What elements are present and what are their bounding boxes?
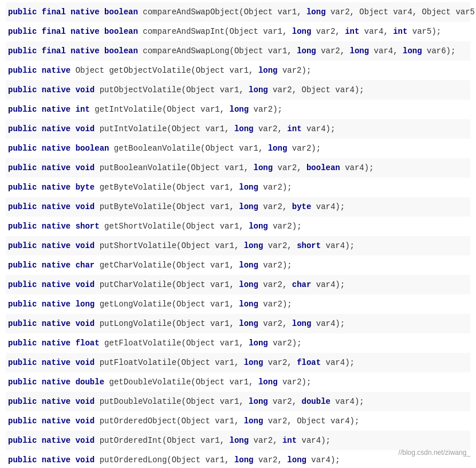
keyword-byte: byte: [76, 183, 95, 192]
keyword-native: native: [70, 7, 99, 17]
keyword-public: public: [8, 377, 37, 387]
keyword-public: public: [8, 85, 37, 95]
keyword-long: long: [249, 85, 268, 95]
keyword-public: public: [8, 124, 37, 133]
keyword-native: native: [42, 124, 70, 133]
keyword-void: void: [76, 455, 95, 465]
code-line: public native Object getObjectVolatile(O…: [6, 61, 470, 80]
keyword-short: short: [76, 222, 100, 231]
keyword-public: public: [8, 319, 37, 328]
keyword-void: void: [76, 319, 95, 328]
code-line: public native void putShortVolatile(Obje…: [6, 236, 470, 255]
keyword-void: void: [76, 241, 95, 250]
code-line: public native double getDoubleVolatile(O…: [6, 372, 470, 392]
keyword-int: int: [345, 27, 359, 36]
keyword-float: float: [76, 339, 100, 348]
keyword-public: public: [8, 144, 37, 153]
keyword-long: long: [234, 455, 254, 465]
code-line: public final native boolean compareAndSw…: [6, 2, 470, 22]
keyword-void: void: [76, 124, 95, 133]
keyword-float: float: [297, 358, 321, 367]
keyword-public: public: [8, 436, 37, 445]
keyword-public: public: [8, 105, 37, 114]
keyword-public: public: [8, 261, 37, 270]
code-line: public native void putObjectVolatile(Obj…: [6, 80, 470, 100]
code-line: public native byte getByteVolatile(Objec…: [6, 178, 470, 197]
keyword-public: public: [8, 397, 37, 406]
keyword-long: long: [258, 66, 278, 75]
keyword-native: native: [42, 358, 70, 367]
keyword-long: long: [249, 397, 268, 406]
keyword-byte: byte: [292, 202, 312, 211]
code-container: public final native boolean compareAndSw…: [0, 0, 476, 468]
keyword-native: native: [42, 280, 70, 289]
keyword-native: native: [42, 455, 70, 465]
keyword-long: long: [254, 163, 273, 172]
keyword-double: double: [76, 377, 104, 387]
keyword-public: public: [8, 358, 37, 367]
keyword-long: long: [244, 416, 263, 426]
keyword-public: public: [8, 241, 37, 250]
keyword-long: long: [297, 46, 316, 56]
keyword-boolean: boolean: [104, 27, 138, 36]
keyword-long: long: [258, 377, 278, 387]
keyword-native: native: [42, 261, 70, 270]
keyword-void: void: [76, 436, 95, 445]
keyword-void: void: [76, 85, 95, 95]
code-line: public native long getLongVolatile(Objec…: [6, 294, 470, 314]
keyword-native: native: [42, 377, 70, 387]
keyword-void: void: [76, 280, 95, 289]
keyword-long: long: [230, 105, 249, 114]
keyword-long: long: [292, 319, 312, 328]
keyword-int: int: [287, 124, 301, 133]
keyword-long: long: [350, 46, 369, 56]
keyword-long: long: [287, 455, 306, 465]
keyword-long: long: [76, 300, 95, 309]
keyword-long: long: [239, 202, 258, 211]
keyword-int: int: [76, 105, 90, 114]
keyword-native: native: [70, 46, 99, 56]
code-line: public final native boolean compareAndSw…: [6, 41, 470, 61]
code-line: public native void putLongVolatile(Objec…: [6, 314, 470, 333]
code-line: public native void putDoubleVolatile(Obj…: [6, 392, 470, 411]
keyword-public: public: [8, 27, 37, 36]
keyword-native: native: [42, 397, 70, 406]
keyword-public: public: [8, 7, 37, 17]
keyword-long: long: [230, 436, 249, 445]
code-line: public native boolean getBooleanVolatile…: [6, 139, 470, 158]
keyword-native: native: [42, 163, 70, 172]
code-line: public final native boolean compareAndSw…: [6, 22, 470, 41]
keyword-native: native: [42, 241, 70, 250]
keyword-native: native: [42, 222, 70, 231]
keyword-native: native: [42, 66, 70, 75]
keyword-int: int: [393, 27, 407, 36]
keyword-void: void: [76, 202, 95, 211]
keyword-final: final: [42, 7, 66, 17]
keyword-short: short: [297, 241, 321, 250]
code-line: public native void putCharVolatile(Objec…: [6, 275, 470, 294]
keyword-public: public: [8, 280, 37, 289]
keyword-long: long: [244, 241, 263, 250]
keyword-native: native: [42, 85, 70, 95]
code-line: public native char getCharVolatile(Objec…: [6, 255, 470, 275]
keyword-char: char: [292, 280, 312, 289]
keyword-long: long: [239, 183, 258, 192]
keyword-native: native: [42, 416, 70, 426]
keyword-int: int: [282, 436, 297, 445]
keyword-public: public: [8, 66, 37, 75]
keyword-public: public: [8, 416, 37, 426]
keyword-long: long: [268, 144, 288, 153]
keyword-long: long: [249, 222, 268, 231]
keyword-final: final: [42, 46, 66, 56]
keyword-native: native: [70, 27, 99, 36]
keyword-void: void: [76, 358, 95, 367]
keyword-public: public: [8, 222, 37, 231]
keyword-boolean: boolean: [104, 7, 138, 17]
code-line: public native void putBooleanVolatile(Ob…: [6, 158, 470, 178]
keyword-long: long: [239, 280, 258, 289]
keyword-long: long: [403, 46, 422, 56]
keyword-long: long: [239, 261, 258, 270]
keyword-native: native: [42, 105, 70, 114]
keyword-public: public: [8, 46, 37, 56]
keyword-native: native: [42, 300, 70, 309]
